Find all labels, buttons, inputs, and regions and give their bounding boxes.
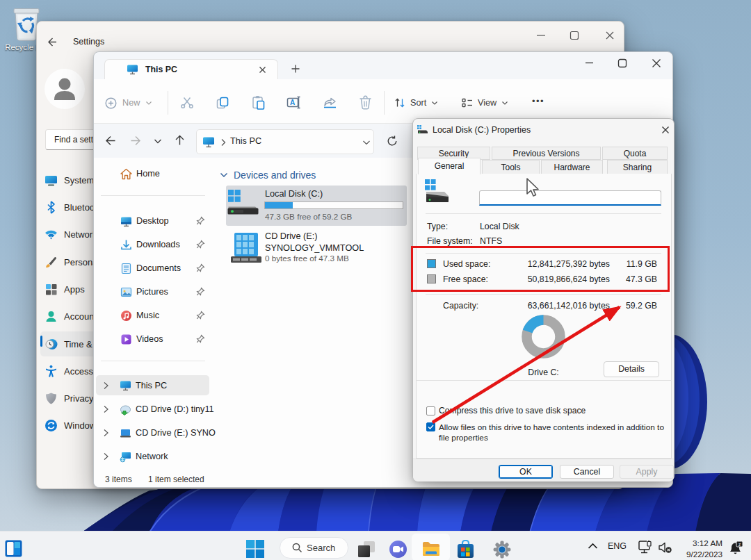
svg-text:z: z xyxy=(738,542,741,547)
